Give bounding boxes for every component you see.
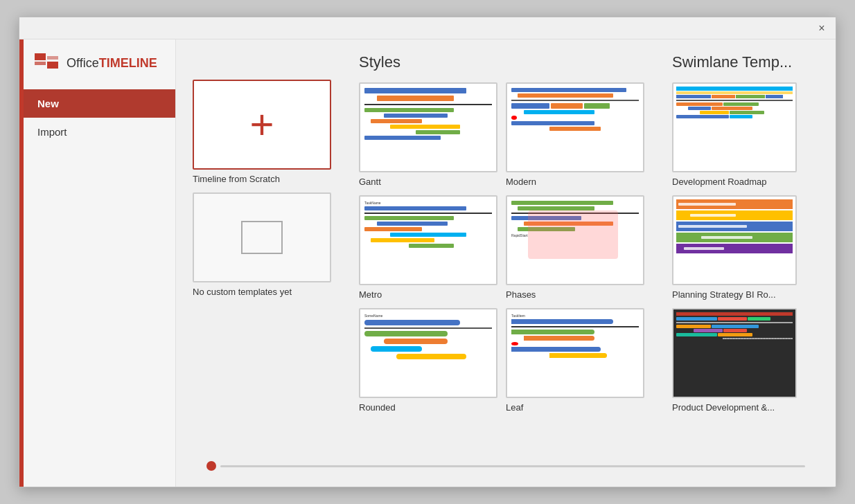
rounded-label: Rounded: [359, 402, 497, 413]
phases-label: Phases: [506, 289, 644, 300]
close-button[interactable]: ×: [813, 20, 830, 37]
content-area: + Timeline from Scratch No custom templa…: [176, 39, 836, 487]
phases-thumb[interactable]: RapidStart: [506, 195, 644, 285]
scratch-thumb[interactable]: +: [193, 80, 331, 170]
swimlane-section: Swimlane Temp...: [672, 53, 797, 456]
svg-rect-3: [47, 62, 58, 69]
modern-label: Modern: [506, 177, 644, 187]
swimlane-title: Swimlane Temp...: [672, 53, 797, 71]
styles-title: Styles: [359, 53, 644, 71]
scratch-label: Timeline from Scratch: [193, 174, 331, 184]
template-product-dev[interactable]: Product Development &...: [672, 308, 797, 413]
custom-thumb[interactable]: [193, 192, 331, 282]
logo-text: OfficeTIMELINE: [67, 56, 157, 71]
template-planning[interactable]: Planning Strategy BI Ro...: [672, 195, 797, 300]
leaf-label: Leaf: [506, 402, 644, 413]
modern-thumb[interactable]: [506, 82, 644, 172]
scroll-indicator: [193, 459, 819, 473]
template-dev-roadmap[interactable]: Development Roadmap: [672, 82, 797, 187]
metro-label: Metro: [359, 289, 497, 300]
planning-thumb[interactable]: [672, 195, 797, 285]
sidebar: OfficeTIMELINE New Import: [24, 39, 176, 487]
svg-rect-1: [35, 62, 46, 65]
template-metro[interactable]: TaskName: [359, 195, 497, 300]
section-scratch: + Timeline from Scratch No custom templa…: [193, 53, 331, 456]
dev-roadmap-thumb[interactable]: [672, 82, 797, 172]
scroll-line: [220, 465, 805, 467]
planning-label: Planning Strategy BI Ro...: [672, 289, 797, 300]
logo-icon: [35, 53, 60, 73]
nav-import[interactable]: Import: [24, 118, 175, 146]
template-modern[interactable]: Modern: [506, 82, 644, 187]
content-scroll[interactable]: + Timeline from Scratch No custom templa…: [193, 53, 819, 456]
template-leaf[interactable]: TaskItem Leaf: [506, 308, 644, 413]
template-rounded[interactable]: SomeName Rounded: [359, 308, 497, 413]
template-phases[interactable]: RapidStart Phases: [506, 195, 644, 300]
plus-icon: +: [249, 104, 274, 145]
rounded-thumb[interactable]: SomeName: [359, 308, 497, 398]
product-dev-thumb[interactable]: [672, 308, 797, 398]
nav-new[interactable]: New: [24, 89, 175, 118]
custom-label: No custom templates yet: [193, 287, 331, 297]
gantt-label: Gantt: [359, 177, 497, 187]
title-bar: ×: [19, 17, 836, 39]
svg-rect-2: [47, 56, 58, 60]
main-layout: OfficeTIMELINE New Import +: [19, 39, 836, 487]
template-gantt[interactable]: Gantt: [359, 82, 497, 187]
styles-grid: Gantt: [359, 82, 644, 413]
template-scratch[interactable]: + Timeline from Scratch: [193, 80, 331, 184]
template-custom[interactable]: No custom templates yet: [193, 192, 331, 297]
logo-area: OfficeTIMELINE: [24, 53, 175, 89]
metro-thumb[interactable]: TaskName: [359, 195, 497, 285]
product-dev-label: Product Development &...: [672, 402, 797, 413]
custom-placeholder-icon: [241, 221, 283, 254]
leaf-thumb[interactable]: TaskItem: [506, 308, 644, 398]
styles-section: Styles: [359, 53, 644, 456]
scroll-dot: [206, 461, 216, 471]
main-window: × OfficeTIMELINE New Import: [19, 17, 836, 487]
svg-rect-0: [35, 53, 46, 60]
dev-roadmap-label: Development Roadmap: [672, 177, 797, 187]
gantt-thumb[interactable]: [359, 82, 497, 172]
